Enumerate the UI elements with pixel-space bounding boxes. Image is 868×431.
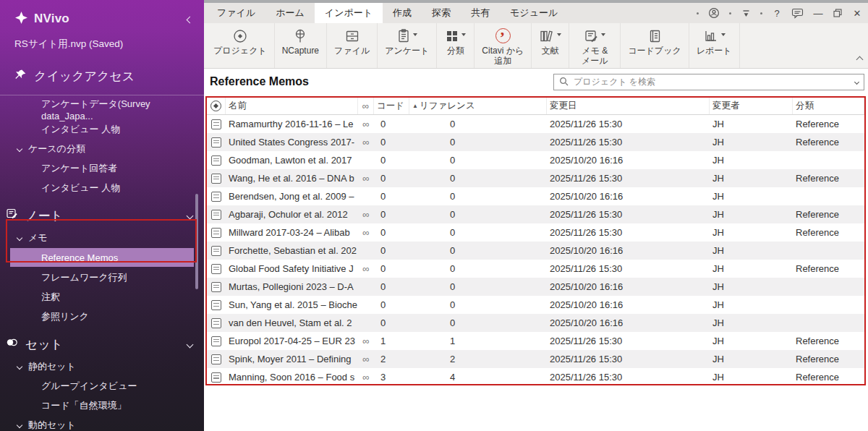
separator-dot bbox=[760, 12, 762, 14]
chevron-down-icon bbox=[17, 145, 22, 151]
ribbon-codebook-button[interactable]: コードブック bbox=[621, 23, 689, 68]
help-button[interactable]: ? bbox=[772, 8, 782, 19]
project-search-box[interactable]: プロジェクト を検索 bbox=[553, 74, 864, 90]
tab-file[interactable]: ファイル bbox=[207, 3, 265, 23]
table-row[interactable]: Spink, Moyer 2011 – Defining ∞ 2 2 2025/… bbox=[207, 350, 864, 368]
table-row[interactable]: van den Heuvel, Stam et al. 2 0 0 2025/1… bbox=[207, 314, 864, 332]
column-header-modified-by[interactable]: 変更者 bbox=[710, 98, 793, 114]
menu-bar: ファイル ホーム インポート 作成 探索 共有 モジュール ? bbox=[204, 3, 868, 23]
sidebar-item-framework-matrices[interactable]: フレームワーク行列 bbox=[0, 268, 204, 287]
sidebar-item-group-interview[interactable]: グループインタビュー bbox=[0, 376, 204, 396]
sidebar-item-survey-respondents[interactable]: アンケート回答者 bbox=[0, 158, 204, 178]
modified-by: JH bbox=[710, 317, 793, 328]
column-header-name[interactable]: 名前 bbox=[226, 98, 358, 114]
close-button[interactable]: ✕ bbox=[852, 8, 862, 19]
sidebar-item-static-sets[interactable]: 静的セット bbox=[0, 357, 204, 376]
ribbon-pin-icon[interactable] bbox=[741, 9, 751, 18]
ribbon-bibliography-button[interactable]: 文献 bbox=[532, 23, 569, 68]
ribbon-classifications-button[interactable]: 分類 bbox=[437, 23, 475, 68]
sidebar-item-annotations[interactable]: 注釈 bbox=[0, 287, 204, 307]
sidebar-item-interview-people-2[interactable]: インタビュー 人物 bbox=[0, 178, 204, 197]
classification: Reference bbox=[793, 354, 864, 364]
minimize-button[interactable]: — bbox=[813, 8, 823, 19]
tab-import[interactable]: インポート bbox=[315, 3, 383, 23]
table-row[interactable]: Forchette, Sebastian et al. 202 0 0 2025… bbox=[207, 242, 864, 260]
sidebar-item-memo[interactable]: メモ bbox=[0, 228, 204, 247]
feedback-icon[interactable] bbox=[791, 8, 804, 19]
ribbon-memo-mail-button[interactable]: メモ & メール bbox=[569, 23, 621, 68]
memo-icon bbox=[211, 210, 221, 220]
memo-name: Wang, He et al. 2016 – DNA b bbox=[226, 173, 358, 184]
memo-name: Manning, Soon 2016 – Food s bbox=[226, 372, 358, 383]
sidebar-item-see-also-links[interactable]: 参照リンク bbox=[0, 307, 204, 326]
sidebar-item-reference-memos-selected[interactable]: Reference Memos bbox=[10, 248, 194, 267]
modified-by: JH bbox=[710, 173, 793, 184]
ribbon-survey-button[interactable]: アンケート bbox=[378, 23, 437, 68]
table-row[interactable]: Global Food Safety Initiative J ∞ 0 0 20… bbox=[207, 260, 864, 278]
reference-count: 0 bbox=[409, 227, 547, 238]
ribbon-citavi-button[interactable]: Citavi から追加 bbox=[475, 23, 532, 68]
sidebar-scrollbar-thumb[interactable] bbox=[195, 194, 198, 289]
table-row[interactable]: Manning, Soon 2016 – Food s ∞ 3 4 2025/1… bbox=[207, 368, 864, 385]
navigate-icon[interactable] bbox=[207, 98, 226, 114]
chevron-down-icon bbox=[17, 422, 22, 427]
memo-icon bbox=[211, 318, 221, 328]
tab-create[interactable]: 作成 bbox=[383, 3, 422, 23]
tab-share[interactable]: 共有 bbox=[461, 3, 500, 23]
column-header-reference[interactable]: ▲リファレンス bbox=[409, 98, 547, 114]
column-header-code[interactable]: コード bbox=[374, 98, 409, 114]
table-row[interactable]: Berendsen, Jong et al. 2009 – 0 0 2025/1… bbox=[207, 187, 864, 205]
ribbon-collapse-button[interactable] bbox=[857, 52, 862, 65]
memo-icon bbox=[211, 192, 221, 202]
ribbon-files-button[interactable]: ファイル bbox=[327, 23, 378, 68]
modified-by: JH bbox=[710, 263, 793, 274]
project-icon bbox=[232, 28, 248, 46]
modified-date: 2025/11/26 15:30 bbox=[547, 119, 710, 129]
sidebar-section-sets[interactable]: セット bbox=[0, 332, 204, 357]
sidebar-collapse-button[interactable] bbox=[184, 9, 195, 28]
classification: Reference bbox=[793, 119, 864, 129]
sidebar-item-interview-people[interactable]: インタビュー 人物 bbox=[0, 119, 204, 139]
table-row[interactable]: Sun, Yang et al. 2015 – Bioche 0 0 2025/… bbox=[207, 296, 864, 314]
memo-icon bbox=[211, 246, 221, 256]
column-header-link[interactable]: ∞ bbox=[358, 98, 374, 114]
reference-count: 0 bbox=[409, 245, 547, 256]
sidebar-item-survey-data[interactable]: アンケートデータ(Survey data_Japa... bbox=[0, 100, 204, 119]
column-header-classification[interactable]: 分類 bbox=[793, 98, 864, 114]
table-row[interactable]: Millward 2017-03-24 – Alibab ∞ 0 0 2025/… bbox=[207, 223, 864, 242]
table-row[interactable]: Wang, He et al. 2016 – DNA b ∞ 0 0 2025/… bbox=[207, 169, 864, 187]
reference-count: 0 bbox=[409, 263, 547, 274]
table-header-row: 名前 ∞ コード ▲リファレンス 変更日 変更者 分類 bbox=[207, 98, 864, 115]
dropdown-caret-icon bbox=[557, 33, 561, 36]
quick-access-header[interactable]: クイックアクセス bbox=[0, 51, 204, 85]
modified-date: 2025/11/26 15:30 bbox=[547, 209, 710, 220]
search-placeholder: プロジェクト を検索 bbox=[574, 76, 655, 88]
tab-home[interactable]: ホーム bbox=[265, 3, 315, 23]
reference-count: 2 bbox=[409, 354, 547, 364]
tab-modules[interactable]: モジュール bbox=[500, 3, 568, 23]
modified-by: JH bbox=[710, 191, 793, 202]
sidebar-item-case-classifications[interactable]: ケースの分類 bbox=[0, 139, 204, 158]
modified-date: 2025/11/26 15:30 bbox=[547, 263, 710, 274]
table-row[interactable]: Murtas, Pollegioni 2023 – D-A 0 0 2025/1… bbox=[207, 278, 864, 296]
table-row[interactable]: Goodman, Lawton et al. 2017 0 0 2025/10/… bbox=[207, 151, 864, 169]
sidebar-item-code-nature[interactable]: コード「自然環境」 bbox=[0, 396, 204, 415]
dropdown-caret-icon bbox=[721, 33, 726, 36]
table-row[interactable]: Europol 2017-04-25 – EUR 23 ∞ 1 1 2025/1… bbox=[207, 332, 864, 350]
ribbon-report-button[interactable]: レポート bbox=[689, 23, 740, 68]
sidebar-item-dynamic-sets[interactable]: 動的セット bbox=[0, 415, 204, 431]
tab-explore[interactable]: 探索 bbox=[422, 3, 461, 23]
table-row[interactable]: Agbaraji, Ochulor et al. 2012 ∞ 0 0 2025… bbox=[207, 205, 864, 223]
column-header-modified[interactable]: 変更日 bbox=[547, 98, 710, 114]
sidebar-section-notes[interactable]: ノート bbox=[0, 203, 204, 228]
chevron-down-icon bbox=[854, 80, 859, 85]
table-row[interactable]: Ramamurthy 2016-11-16 – Le ∞ 0 0 2025/11… bbox=[207, 115, 864, 133]
restore-button[interactable] bbox=[833, 8, 843, 18]
ribbon-ncapture-button[interactable]: NCapture bbox=[275, 23, 327, 68]
dropdown-caret-icon bbox=[461, 33, 466, 36]
modified-by: JH bbox=[710, 119, 793, 129]
ribbon-project-button[interactable]: プロジェクト bbox=[206, 23, 275, 68]
account-icon[interactable] bbox=[708, 7, 720, 19]
modified-by: JH bbox=[710, 245, 793, 256]
table-row[interactable]: United States Congress 2017- ∞ 0 0 2025/… bbox=[207, 133, 864, 151]
